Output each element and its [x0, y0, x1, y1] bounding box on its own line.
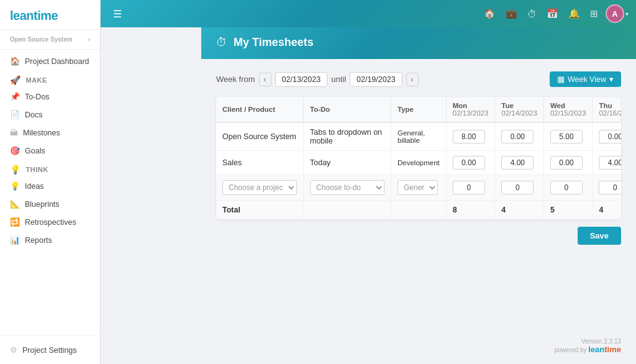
timesheet-table: Client / Product To-Do Type Mon 02/13/20…: [216, 97, 621, 219]
think-icon: 💡: [10, 165, 21, 175]
timesheet-card: Client / Product To-Do Type Mon 02/13/20…: [216, 97, 621, 219]
row1-thu[interactable]: [593, 122, 621, 151]
row1-tue-input[interactable]: [501, 130, 534, 143]
new-thu-input[interactable]: [599, 181, 621, 194]
new-project-cell[interactable]: Choose a project: [216, 175, 304, 201]
row1-todo: Tabs to dropdown on mobile: [304, 122, 391, 151]
sidebar-label-ideas: Ideas: [25, 182, 44, 191]
sidebar-label-blueprints: Blueprints: [25, 200, 60, 209]
header-todo: To-Do: [304, 97, 391, 122]
new-mon-input[interactable]: [453, 181, 485, 194]
row2-mon[interactable]: [446, 151, 495, 175]
clock-topbar-icon[interactable]: ⏱: [522, 5, 542, 23]
idea-icon: 💡: [10, 181, 20, 191]
row1-wed[interactable]: [543, 122, 593, 151]
sidebar-item-goals[interactable]: 🎯 Goals: [0, 142, 100, 160]
total-tue: 4: [495, 201, 544, 220]
sidebar-item-blueprints[interactable]: 📐 Blueprints: [0, 195, 100, 213]
sidebar-item-reports[interactable]: 📊 Reports: [0, 231, 100, 249]
calendar-topbar-icon[interactable]: 📅: [542, 4, 563, 23]
week-until-label: until: [331, 75, 346, 84]
week-prev-button[interactable]: ‹: [259, 73, 271, 86]
total-row: Total 8 4 5 4 6 0 0 27: [216, 201, 621, 220]
sidebar-project[interactable]: Open Source System ›: [0, 30, 100, 50]
row2-thu[interactable]: [593, 151, 621, 175]
menu-hamburger-button[interactable]: ☰: [108, 6, 127, 22]
week-view-chevron: ▾: [609, 75, 614, 84]
home-icon: 🏠: [10, 57, 20, 66]
project-name: Open Source System: [10, 36, 73, 43]
total-label: Total: [216, 201, 304, 220]
briefcase-topbar-icon[interactable]: 💼: [501, 4, 522, 23]
new-todo-cell[interactable]: Choose to-do: [304, 175, 391, 201]
row1-tue[interactable]: [495, 122, 544, 151]
row2-wed[interactable]: [543, 151, 593, 175]
sidebar-label-todos: To-Dos: [25, 93, 50, 101]
row2-client: Sales: [216, 151, 304, 175]
logo-time-text: time: [34, 9, 58, 22]
make-icon: 🚀: [10, 75, 21, 85]
bell-topbar-icon[interactable]: 🔔: [563, 4, 585, 23]
week-next-button[interactable]: ›: [406, 73, 419, 86]
footer-time: time: [604, 345, 621, 354]
sidebar-group-think[interactable]: 💡 THINK: [0, 160, 100, 177]
type-select[interactable]: Generi: [398, 180, 438, 195]
save-button[interactable]: Save: [578, 227, 621, 245]
row1-mon[interactable]: [446, 122, 495, 151]
header-wed: Wed 02/15/2023: [543, 97, 593, 122]
week-nav-left: Week from ‹ 02/13/2023 until 02/19/2023 …: [216, 72, 419, 87]
row1-mon-input[interactable]: [453, 130, 485, 143]
app-logo: leantime: [0, 0, 100, 30]
logo-lean-text: lean: [10, 9, 34, 22]
footer-lean: lean: [588, 345, 604, 354]
header-tue: Tue 02/14/2023: [495, 97, 544, 122]
page-title: My Timesheets: [234, 36, 314, 49]
new-wed[interactable]: [543, 175, 593, 201]
sidebar-item-retrospectives[interactable]: 🔁 Retrospectives: [0, 213, 100, 231]
row2-mon-input[interactable]: [453, 156, 485, 170]
sidebar-label-docs: Docs: [25, 111, 42, 119]
week-view-button[interactable]: ▦ Week View ▾: [550, 71, 621, 87]
new-tue[interactable]: [495, 175, 544, 201]
footer: Version 2.3.13 powered by leantime: [201, 333, 636, 364]
sidebar-item-project-settings[interactable]: ⚙ Project Settings: [0, 341, 100, 359]
powered-by: powered by leantime: [216, 345, 621, 354]
total-mon: 8: [446, 201, 495, 220]
avatar-chevron-icon[interactable]: ▾: [625, 11, 629, 17]
header-thu: Thu 02/16/2023: [593, 97, 621, 122]
sidebar-label-milestones: Milestones: [23, 129, 60, 137]
main-content: ⏱ My Timesheets Week from ‹ 02/13/2023 u…: [201, 27, 636, 364]
row2-type: Development: [391, 151, 447, 175]
sidebar: leantime Open Source System › 🏠 Project …: [0, 0, 101, 364]
sidebar-label-think: THINK: [26, 166, 48, 173]
row2-tue-input[interactable]: [501, 156, 534, 170]
new-entry-row: Choose a project Choose to-do Generi: [216, 175, 621, 201]
avatar-initial: A: [612, 9, 617, 19]
sidebar-item-todos[interactable]: 📌 To-Dos: [0, 88, 100, 106]
pin-icon: 📌: [10, 92, 20, 101]
week-navigator: Week from ‹ 02/13/2023 until 02/19/2023 …: [216, 71, 621, 87]
sidebar-group-make[interactable]: 🚀 MAKE: [0, 70, 100, 88]
home-topbar-icon[interactable]: 🏠: [479, 4, 501, 23]
todo-select[interactable]: Choose to-do: [310, 180, 384, 195]
grid-topbar-icon[interactable]: ⊞: [585, 4, 603, 23]
row1-thu-input[interactable]: [599, 130, 621, 143]
sidebar-item-milestones[interactable]: 🏔 Milestones: [0, 124, 100, 142]
new-tue-input[interactable]: [501, 181, 534, 194]
sidebar-label-retrospectives: Retrospectives: [25, 218, 76, 227]
sidebar-item-project-dashboard[interactable]: 🏠 Project Dashboard: [0, 52, 100, 70]
row1-wed-input[interactable]: [550, 130, 583, 143]
row2-thu-input[interactable]: [599, 156, 621, 170]
header-type: Type: [391, 97, 447, 122]
sidebar-label-goals: Goals: [25, 147, 45, 155]
new-type-cell[interactable]: Generi: [391, 175, 447, 201]
new-wed-input[interactable]: [550, 181, 583, 194]
sidebar-item-ideas[interactable]: 💡 Ideas: [0, 177, 100, 195]
user-avatar[interactable]: A: [606, 4, 624, 23]
new-mon[interactable]: [446, 175, 495, 201]
project-select[interactable]: Choose a project: [222, 180, 297, 195]
row2-tue[interactable]: [495, 151, 544, 175]
sidebar-item-docs[interactable]: 📄 Docs: [0, 106, 100, 124]
new-thu[interactable]: [593, 175, 621, 201]
row2-wed-input[interactable]: [550, 156, 583, 170]
